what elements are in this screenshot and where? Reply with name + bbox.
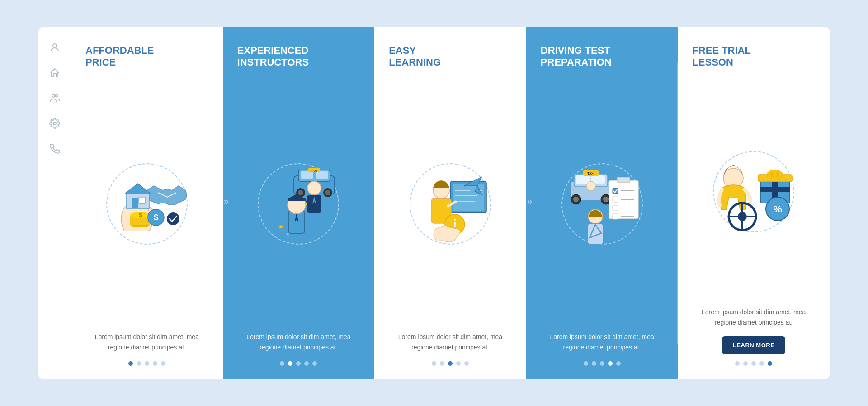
illustration-trial: %	[692, 80, 815, 302]
chevron-3: »	[527, 196, 533, 208]
dots-learning	[389, 361, 512, 366]
dot-2[interactable]	[137, 361, 141, 366]
dot-2[interactable]	[288, 361, 292, 366]
illustration-learning: i	[389, 80, 512, 327]
card-affordable-price: AFFORDABLE PRICE	[71, 27, 223, 379]
svg-point-59	[603, 197, 609, 202]
dot-5[interactable]	[312, 361, 317, 366]
dot-4[interactable]	[456, 361, 461, 366]
illustration-driving: TAXI	[541, 80, 664, 327]
card-body-driving: Lorem ipsum dolor sit dim amet, mea regi…	[541, 332, 664, 352]
svg-text:TAXI: TAXI	[587, 172, 594, 175]
svg-rect-17	[301, 171, 313, 179]
svg-point-1	[52, 94, 55, 97]
svg-rect-66	[613, 197, 618, 202]
dot-4[interactable]	[608, 361, 613, 366]
illustration-trial-svg: %	[708, 146, 799, 237]
svg-point-2	[55, 95, 57, 97]
svg-rect-68	[613, 205, 618, 211]
svg-point-57	[573, 197, 579, 202]
dot-2[interactable]	[592, 361, 596, 366]
illustration-affordable: $ $	[85, 80, 208, 327]
svg-rect-18	[316, 171, 328, 179]
dot-5[interactable]	[616, 361, 621, 366]
svg-rect-70	[613, 214, 618, 219]
card-title-driving: DRIVING TEST PREPARATION	[541, 45, 664, 69]
dot-1[interactable]	[432, 361, 436, 366]
dot-2[interactable]	[440, 361, 444, 366]
svg-text:i: i	[453, 217, 457, 230]
card-title-trial: FREE TRIAL LESSON	[692, 45, 815, 69]
dot-4[interactable]	[760, 361, 764, 366]
illustration-instructors: TAXI	[237, 80, 360, 327]
card-experienced-instructors: EXPERIENCED INSTRUCTORS TAXI	[223, 27, 375, 379]
svg-text:$: $	[138, 212, 142, 218]
svg-rect-13	[132, 198, 138, 208]
dot-4[interactable]	[304, 361, 309, 366]
svg-rect-52	[576, 175, 590, 184]
gear-icon[interactable]	[48, 117, 61, 130]
svg-point-0	[53, 44, 57, 47]
card-driving-test: DRIVING TEST PREPARATION TAXI	[526, 27, 678, 379]
people-icon[interactable]	[48, 92, 61, 104]
card-body-affordable: Lorem ipsum dolor sit dim amet, mea regi…	[85, 332, 208, 352]
card-title-learning: EASY LEARNING	[389, 45, 512, 69]
dot-4[interactable]	[153, 361, 157, 366]
dot-1[interactable]	[735, 361, 740, 366]
dots-trial	[692, 361, 815, 366]
learn-more-button[interactable]: LEARN MORE	[722, 336, 785, 354]
svg-point-24	[325, 190, 330, 195]
svg-point-81	[773, 172, 777, 177]
svg-point-34	[307, 181, 321, 195]
cards-container: AFFORDABLE PRICE	[71, 27, 830, 379]
svg-point-22	[298, 190, 303, 195]
main-container: AFFORDABLE PRICE	[38, 27, 830, 379]
phone-icon[interactable]	[48, 142, 61, 155]
dot-2[interactable]	[743, 361, 748, 366]
illustration-learning-svg: i	[405, 159, 495, 249]
dot-5[interactable]	[161, 361, 165, 366]
chevron-4: »	[679, 196, 684, 208]
card-easy-learning: EASY LEARNING	[374, 27, 526, 379]
dots-instructors	[237, 361, 360, 366]
sidebar	[38, 27, 71, 379]
card-body-trial: Lorem ipsum dolor sit dim amet, mea regi…	[692, 307, 815, 327]
dot-1[interactable]	[128, 361, 133, 366]
outer-wrapper: AFFORDABLE PRICE	[0, 0, 868, 406]
card-body-learning: Lorem ipsum dolor sit dim amet, mea regi…	[389, 332, 512, 352]
svg-text:%: %	[773, 203, 782, 215]
dot-3[interactable]	[751, 361, 756, 366]
chevron-2: »	[375, 196, 381, 208]
home-icon[interactable]	[48, 66, 61, 79]
dot-1[interactable]	[280, 361, 284, 366]
dots-affordable	[85, 361, 208, 366]
chevron-1: »	[223, 196, 229, 208]
illustration-instructors-svg: TAXI	[253, 159, 344, 249]
card-free-trial: FREE TRIAL LESSON	[678, 27, 830, 379]
svg-text:TAXI: TAXI	[311, 170, 318, 172]
card-title-instructors: EXPERIENCED INSTRUCTORS	[237, 45, 360, 69]
svg-marker-12	[124, 184, 151, 194]
illustration-driving-svg: TAXI	[557, 159, 647, 249]
dot-3[interactable]	[600, 361, 604, 366]
dot-5[interactable]	[464, 361, 469, 366]
svg-point-3	[53, 122, 56, 125]
dot-3[interactable]	[296, 361, 301, 366]
card-body-instructors: Lorem ipsum dolor sit dim amet, mea regi…	[237, 332, 360, 352]
svg-rect-63	[618, 178, 629, 182]
svg-text:$: $	[154, 213, 158, 222]
svg-text:★: ★	[286, 231, 290, 236]
svg-point-10	[167, 212, 179, 225]
user-icon[interactable]	[48, 41, 61, 54]
dot-3[interactable]	[448, 361, 453, 366]
dot-5[interactable]	[768, 361, 772, 366]
svg-rect-14	[139, 197, 145, 203]
dot-3[interactable]	[145, 361, 149, 366]
illustration-affordable-svg: $ $	[102, 159, 192, 249]
svg-text:★: ★	[278, 223, 284, 230]
dot-1[interactable]	[584, 361, 588, 366]
card-title-affordable: AFFORDABLE PRICE	[85, 45, 208, 69]
svg-point-60	[586, 181, 595, 190]
svg-point-85	[738, 212, 747, 221]
dots-driving	[541, 361, 664, 366]
